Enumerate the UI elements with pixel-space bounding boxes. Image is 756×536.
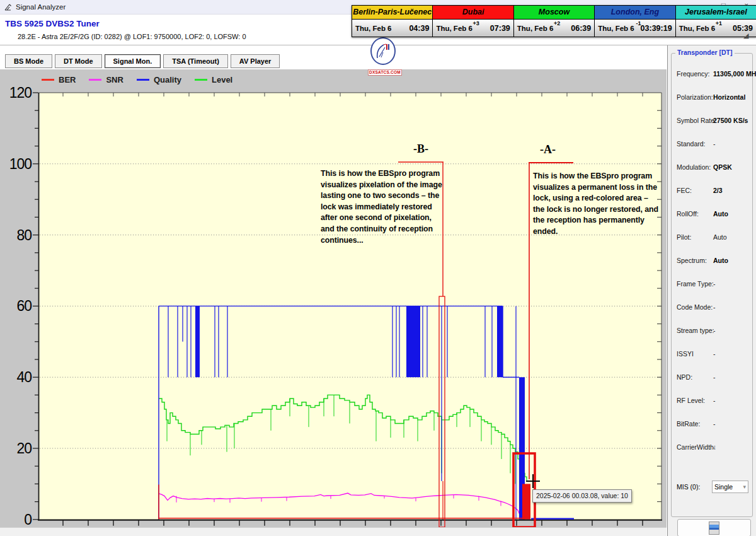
chart-legend: BERSNRQualityLevel [42,75,246,84]
logo-text: DXSATCS.COM [368,69,402,76]
transponder-row-carrierwidth: CarrierWidth:- [677,443,748,451]
legend-item-quality: Quality [137,75,181,84]
transponder-row-label: Code Mode: [677,303,712,311]
transponder-row-rolloff: RollOff:Auto [677,210,748,218]
tuner-title: TBS 5925 DVBS2 Tuner [5,19,100,28]
transponder-row-label: Modulation: [677,163,712,171]
clock-resize-icon: ◢ [743,32,748,40]
satellite-dish-icon [370,37,396,65]
transponder-row-label: Frame Type: [677,280,712,288]
tab-bs-mode[interactable]: BS Mode [5,54,52,68]
transponder-row-rf-level: RF Level:- [677,397,748,404]
clock-utc-offset: +1 [716,20,722,26]
transponder-row-value: Auto [713,210,728,218]
transponder-row-pilot: Pilot:Auto [677,233,748,241]
clock-date: Thu, Feb 6 [679,25,716,32]
tab-av-player[interactable]: AV Player [231,54,280,68]
playlist-button[interactable] [677,519,751,536]
transponder-row-label: RF Level: [677,397,712,404]
transponder-row-fec: FEC:2/3 [677,187,748,194]
transponder-row-label: RollOff: [677,210,712,218]
clock-time: 03:39:19 [641,24,672,33]
annotation-b-text: This is how the EBSpro program visualize… [321,168,445,246]
transponder-row-stream-type: Stream type:- [677,327,748,334]
transponder-row-label: Frequency: [677,70,712,78]
transponder-row-polarization: Polarization:Horizontal [677,93,748,101]
transponder-row-value: QPSK [713,163,732,171]
clock-london-eng: London, EngThu, Feb 6-103:39:19 [595,6,675,37]
clock-city-label: Dubai [433,6,513,20]
y-axis-label: 60 [0,297,32,315]
clock-utc-offset: +3 [473,20,479,26]
clock-moscow: MoscowThu, Feb 6+206:39 [514,6,595,37]
clock-time: 07:39 [490,24,510,33]
tab-tsa-timeout[interactable]: TSA (Timeout) [163,54,228,68]
legend-label: SNR [106,75,123,84]
clock-city-label: Berlin-Paris-Lučenec [352,6,432,20]
playlist-icon [709,521,719,535]
clock-date: Thu, Feb 6 [436,25,472,32]
transponder-row-value: - [713,140,716,148]
legend-label: BER [59,75,76,84]
transponder-row-value: - [713,327,716,334]
clock-date: Thu, Feb 6 [355,25,392,32]
clock-city-label: London, Eng [595,6,675,20]
signal-analyzer-window: Signal Analyzer – □ × TBS 5925 DVBS2 Tun… [0,0,756,536]
transponder-row-value: - [713,350,716,358]
legend-swatch-icon [42,79,54,81]
legend-swatch-icon [195,79,207,81]
transponder-groupbox: Transponder [DT] Frequency:11305,000 MHz… [671,53,753,517]
transponder-row-label: Stream type: [677,327,712,334]
chevron-down-icon: ▾ [743,484,746,490]
mis-dropdown[interactable]: Single ▾ [712,481,748,493]
tab-strip: BS ModeDT ModeSignal Mon.TSA (Timeout)AV… [0,45,667,69]
transponder-row-standard: Standard:- [677,140,748,148]
legend-swatch-icon [137,79,149,81]
transponder-row-frame-type: Frame Type:- [677,280,748,288]
y-axis-label: 40 [0,368,32,386]
clock-time: 04:39 [409,24,429,33]
annotation-b-label: -B- [413,143,428,156]
transponder-row-label: Spectrum: [677,257,712,264]
legend-item-level: Level [195,75,232,84]
clock-date: Thu, Feb 6 [517,25,554,32]
transponder-row-label: Polarization: [677,93,712,101]
legend-label: Level [212,75,232,84]
transponder-row-value: - [713,280,716,288]
clock-berlin-paris-lu-enec: Berlin-Paris-LučenecThu, Feb 604:39 [352,6,433,37]
clock-dubai: DubaiThu, Feb 6+307:39 [433,6,513,37]
y-axis-label: 120 [0,84,32,102]
tab-dt-mode[interactable]: DT Mode [55,54,101,68]
mis-label: MIS (0): [677,483,712,491]
transponder-row-value: 11305,000 MHz [713,70,756,78]
transponder-row-label: NPD: [677,373,712,381]
signal-chart: BERSNRQualityLevel 120100806040200 -B- -… [0,69,667,527]
transponder-row-value: Auto [713,233,727,241]
legend-item-ber: BER [42,75,76,84]
clock-time: 06:39 [571,24,591,33]
transponder-row-label: CarrierWidth: [677,443,712,451]
app-icon [4,3,12,11]
annotation-a-label: -A- [540,143,556,156]
chart-canvas[interactable] [0,69,667,527]
annotation-a-text: This is how the EBSpro program visualize… [533,171,660,238]
transponder-row-modulation: Modulation:QPSK [677,163,748,171]
transponder-row-value: 27500 KS/s [713,117,748,124]
clock-date: Thu, Feb 6 [598,25,634,32]
transponder-row-value: - [713,373,716,381]
tab-signal-mon[interactable]: Signal Mon. [105,54,161,68]
y-axis-label: 100 [0,155,32,173]
transponder-row-label: ISSYI [677,350,712,358]
transponder-row-value: Auto [713,257,728,264]
clock-city-label: Jerusalem-Israel [676,6,756,20]
transponder-row-label: Symbol Rate: [677,117,712,124]
window-title: Signal Analyzer [16,3,66,11]
mis-dropdown-value: Single [714,483,733,491]
clock-utc-offset: -1 [636,20,641,26]
transponder-row-symbol-rate: Symbol Rate:27500 KS/s [677,117,748,124]
bottom-strip [0,527,667,536]
transponder-row-label: FEC: [677,187,712,194]
transponder-row-spectrum: Spectrum:Auto [677,257,748,264]
y-axis-label: 0 [0,511,32,528]
transponder-row-frequency: Frequency:11305,000 MHz [677,70,748,78]
